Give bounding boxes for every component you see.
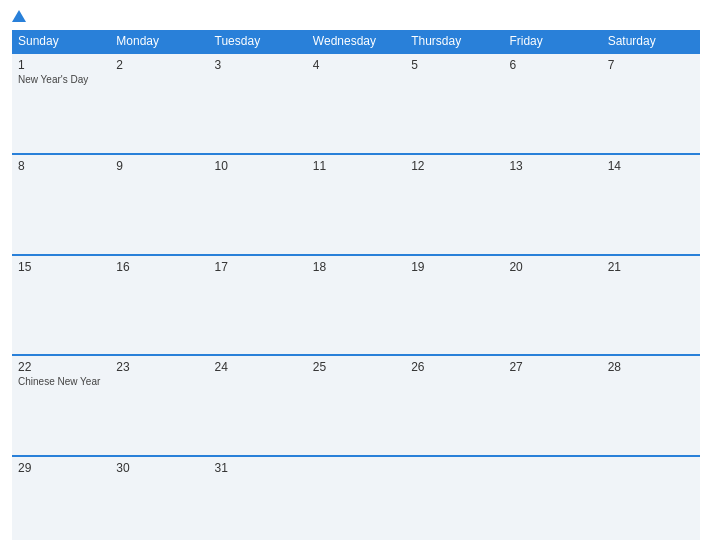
day-number: 8 [18,159,104,173]
day-number: 11 [313,159,399,173]
calendar-cell-16: 16 [110,255,208,356]
calendar-cell-23: 23 [110,355,208,456]
calendar-cell-30: 30 [110,456,208,540]
week-row-5: 293031 [12,456,700,540]
calendar-cell-12: 12 [405,154,503,255]
calendar-cell-empty [405,456,503,540]
day-number: 2 [116,58,202,72]
calendar-cell-empty [307,456,405,540]
calendar-header [12,10,700,24]
day-number: 10 [215,159,301,173]
calendar-cell-18: 18 [307,255,405,356]
week-row-4: 22Chinese New Year232425262728 [12,355,700,456]
calendar-cell-17: 17 [209,255,307,356]
day-number: 6 [509,58,595,72]
week-row-1: 1New Year's Day234567 [12,53,700,154]
day-number: 9 [116,159,202,173]
day-number: 5 [411,58,497,72]
calendar-cell-13: 13 [503,154,601,255]
day-number: 3 [215,58,301,72]
day-number: 23 [116,360,202,374]
logo-triangle-icon [12,10,26,22]
calendar-cell-empty [503,456,601,540]
weekday-header-friday: Friday [503,30,601,53]
logo-blue-text [12,10,29,22]
day-number: 26 [411,360,497,374]
calendar-cell-29: 29 [12,456,110,540]
day-number: 18 [313,260,399,274]
day-number: 22 [18,360,104,374]
calendar-cell-28: 28 [602,355,700,456]
calendar-cell-21: 21 [602,255,700,356]
event-label: Chinese New Year [18,376,104,387]
calendar-cell-5: 5 [405,53,503,154]
calendar-cell-6: 6 [503,53,601,154]
week-row-3: 15161718192021 [12,255,700,356]
day-number: 30 [116,461,202,475]
calendar-cell-empty [602,456,700,540]
calendar-cell-11: 11 [307,154,405,255]
day-number: 14 [608,159,694,173]
weekday-header-tuesday: Tuesday [209,30,307,53]
calendar-cell-31: 31 [209,456,307,540]
calendar-cell-26: 26 [405,355,503,456]
day-number: 29 [18,461,104,475]
day-number: 21 [608,260,694,274]
day-number: 7 [608,58,694,72]
calendar-cell-20: 20 [503,255,601,356]
day-number: 20 [509,260,595,274]
calendar-cell-25: 25 [307,355,405,456]
day-number: 15 [18,260,104,274]
day-number: 24 [215,360,301,374]
day-number: 31 [215,461,301,475]
weekday-header-sunday: Sunday [12,30,110,53]
calendar-cell-22: 22Chinese New Year [12,355,110,456]
calendar-cell-24: 24 [209,355,307,456]
day-number: 19 [411,260,497,274]
day-number: 4 [313,58,399,72]
calendar-body: 1New Year's Day2345678910111213141516171… [12,53,700,540]
day-number: 28 [608,360,694,374]
event-label: New Year's Day [18,74,104,85]
calendar-cell-2: 2 [110,53,208,154]
calendar-table: SundayMondayTuesdayWednesdayThursdayFrid… [12,30,700,540]
calendar-cell-4: 4 [307,53,405,154]
calendar-container: SundayMondayTuesdayWednesdayThursdayFrid… [0,0,712,550]
weekday-header-thursday: Thursday [405,30,503,53]
weekday-header-monday: Monday [110,30,208,53]
day-number: 13 [509,159,595,173]
weekday-header-row: SundayMondayTuesdayWednesdayThursdayFrid… [12,30,700,53]
calendar-cell-8: 8 [12,154,110,255]
day-number: 17 [215,260,301,274]
week-row-2: 891011121314 [12,154,700,255]
day-number: 16 [116,260,202,274]
weekday-header-wednesday: Wednesday [307,30,405,53]
logo [12,10,29,22]
calendar-cell-7: 7 [602,53,700,154]
calendar-cell-9: 9 [110,154,208,255]
day-number: 25 [313,360,399,374]
calendar-cell-15: 15 [12,255,110,356]
day-number: 1 [18,58,104,72]
calendar-cell-14: 14 [602,154,700,255]
calendar-cell-3: 3 [209,53,307,154]
calendar-cell-19: 19 [405,255,503,356]
day-number: 27 [509,360,595,374]
calendar-cell-1: 1New Year's Day [12,53,110,154]
calendar-cell-10: 10 [209,154,307,255]
day-number: 12 [411,159,497,173]
weekday-header-saturday: Saturday [602,30,700,53]
calendar-cell-27: 27 [503,355,601,456]
